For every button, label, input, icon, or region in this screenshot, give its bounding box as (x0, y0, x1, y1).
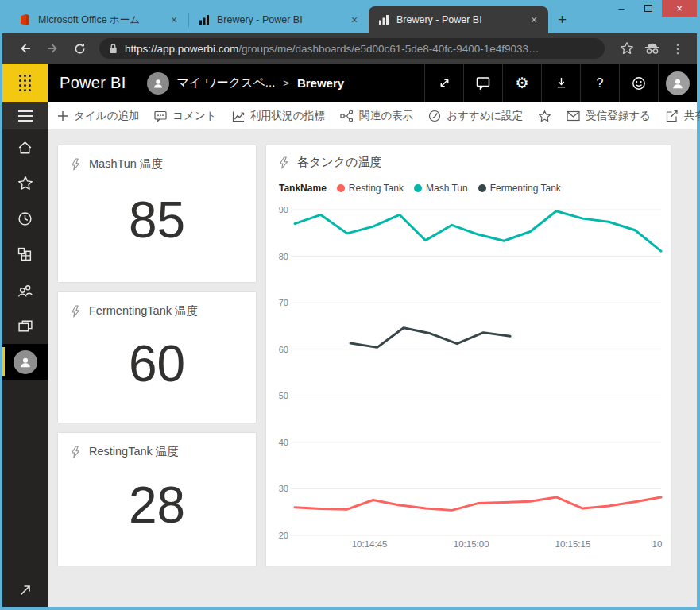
comment-button[interactable]: コメント (154, 109, 216, 123)
tab-close-icon[interactable]: × (348, 14, 361, 26)
svg-text:70: 70 (279, 298, 288, 307)
left-nav (2, 102, 48, 607)
series-line-resting-tank (295, 497, 661, 510)
tab-brewery-2-active[interactable]: Brewery - Power BI × (369, 6, 548, 33)
svg-text:80: 80 (279, 252, 288, 261)
tile-fermentingtank[interactable]: FermentingTank 温度 60 (58, 292, 256, 423)
star-icon (620, 41, 634, 56)
new-tab-button[interactable]: + (548, 11, 576, 33)
fullscreen-button[interactable] (424, 64, 463, 102)
back-button[interactable] (12, 37, 39, 60)
account-button[interactable] (658, 64, 697, 102)
svg-text:90: 90 (279, 205, 288, 214)
legend-label: Mash Tun (426, 183, 468, 194)
tab-close-icon[interactable]: × (168, 14, 180, 26)
comments-button[interactable] (463, 64, 502, 102)
star-icon (538, 110, 551, 123)
dashboard-action-bar: タイルの追加 コメント 利用状況の指標 (48, 102, 697, 129)
star-icon (17, 176, 33, 191)
dashboard-page: タイルの追加 コメント 利用状況の指標 (48, 102, 697, 607)
breadcrumb: マイ ワークスペ... > Brewery (147, 72, 345, 95)
feedback-button[interactable] (619, 64, 658, 102)
set-featured-button[interactable]: おすすめに設定 (428, 109, 523, 123)
svg-text:20: 20 (279, 531, 288, 540)
chart-title: 各タンクの温度 (297, 155, 381, 170)
svg-text:10:15:15: 10:15:15 (555, 539, 591, 549)
tab-brewery-1[interactable]: Brewery - Power BI × (189, 6, 369, 33)
tab-close-icon[interactable]: × (528, 14, 540, 26)
tile-header: RestingTank 温度 (71, 444, 243, 459)
expand-diagonal-icon (438, 76, 451, 90)
legend-dot (337, 184, 345, 192)
nav-my-workspace[interactable] (2, 344, 48, 380)
workspace-avatar[interactable] (147, 72, 169, 95)
svg-text:10: 10 (652, 539, 663, 549)
streaming-lightning-icon (71, 158, 80, 171)
tile-tank-temperature-chart[interactable]: 各タンクの温度 TankName Resting TankMash TunFer… (266, 145, 671, 566)
tab-strip: Microsoft Office ホーム × Brewery - Power B… (2, 0, 576, 33)
nav-apps[interactable] (2, 237, 48, 272)
question-mark-icon: ? (597, 76, 604, 91)
trend-chart-icon (232, 110, 245, 122)
browser-toolbar: https://app.powerbi.com/groups/me/dashbo… (2, 33, 697, 64)
view-related-button[interactable]: 関連の表示 (340, 109, 413, 123)
office-logo-icon (18, 14, 31, 26)
tab-office-home[interactable]: Microsoft Office ホーム × (9, 6, 188, 33)
nav-recent[interactable] (2, 201, 48, 237)
comment-label: コメント (172, 109, 216, 123)
tile-restingtank[interactable]: RestingTank 温度 28 (58, 433, 256, 566)
url-path: /groups/me/dashboards/e5d00c61-5de8-40fc… (238, 43, 539, 55)
powerbi-bars-icon (378, 14, 389, 25)
legend-item: Mash Tun (414, 183, 468, 194)
tile-mashtun[interactable]: MashTun 温度 85 (58, 145, 256, 282)
tile-title: RestingTank 温度 (89, 444, 179, 459)
envelope-icon (567, 110, 580, 122)
tile-value: 60 (71, 319, 243, 411)
user-avatar (666, 71, 690, 95)
nav-workspaces[interactable] (2, 308, 48, 344)
legend-dot (414, 184, 422, 192)
stacked-windows-icon (17, 319, 33, 334)
powerbi-bars-icon (199, 14, 210, 25)
bookmark-star-button[interactable] (614, 41, 640, 56)
share-button[interactable]: 共有 (666, 109, 700, 123)
diagonal-arrow-icon (18, 583, 33, 597)
header-actions: ⚙ ? (424, 64, 697, 102)
maximize-button[interactable] (635, 0, 662, 16)
usage-metrics-button[interactable]: 利用状況の指標 (232, 109, 326, 123)
breadcrumb-workspace[interactable]: マイ ワークスペ... (177, 75, 276, 91)
temperature-line-chart: 908070605040302010:14:4510:15:0010:15:15… (274, 195, 663, 553)
reload-button[interactable] (66, 37, 93, 60)
legend-title: TankName (279, 183, 327, 194)
nav-menu-toggle[interactable] (2, 102, 48, 129)
favorite-button[interactable] (538, 110, 551, 123)
person-icon (671, 76, 685, 91)
settings-button[interactable]: ⚙ (502, 64, 541, 102)
share-icon (666, 110, 679, 122)
legend-dot (478, 184, 486, 192)
collapse-nav-button[interactable] (2, 583, 48, 597)
minimize-button[interactable]: – (608, 0, 635, 16)
streaming-lightning-icon (71, 305, 80, 318)
subscribe-label: 受信登録する (586, 109, 651, 123)
browser-menu-button[interactable]: ⋮ (665, 41, 690, 56)
help-button[interactable]: ? (580, 64, 619, 102)
close-button[interactable]: × (662, 0, 697, 17)
subscribe-button[interactable]: 受信登録する (567, 109, 651, 123)
view-related-label: 関連の表示 (359, 109, 413, 123)
add-tile-button[interactable]: タイルの追加 (57, 109, 139, 123)
breadcrumb-dashboard[interactable]: Brewery (297, 76, 344, 90)
nav-favorites[interactable] (2, 165, 48, 201)
related-network-icon (340, 110, 354, 122)
app-launcher-button[interactable] (2, 64, 48, 102)
svg-text:30: 30 (279, 484, 288, 493)
nav-shared-with-me[interactable] (2, 272, 48, 308)
address-bar[interactable]: https://app.powerbi.com/groups/me/dashbo… (99, 38, 605, 59)
comment-bubble-icon (476, 76, 490, 90)
download-button[interactable] (541, 64, 580, 102)
tab-title: Brewery - Power BI (217, 14, 341, 25)
nav-home[interactable] (2, 129, 48, 165)
forward-button[interactable] (39, 37, 66, 60)
tile-header: MashTun 温度 (71, 156, 243, 172)
powerbi-logo[interactable]: Power BI (60, 74, 126, 92)
